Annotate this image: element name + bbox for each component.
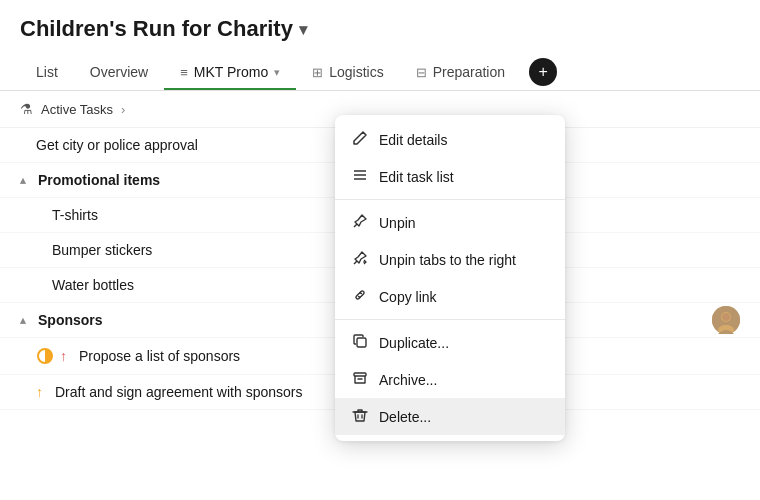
tab-preparation-icon: ⊟ [416, 65, 427, 80]
task-label: Get city or police approval [36, 137, 198, 153]
svg-point-3 [722, 313, 730, 321]
collapse-icon: ▴ [20, 174, 26, 187]
menu-item-edit-details[interactable]: Edit details [335, 121, 565, 158]
duplicate-icon [351, 333, 369, 352]
tab-overview-label: Overview [90, 64, 148, 80]
svg-rect-10 [357, 338, 366, 347]
task-group-label: Promotional items [38, 172, 160, 188]
filter-chevron[interactable]: › [121, 102, 125, 117]
menu-item-edit-task-list[interactable]: Edit task list [335, 158, 565, 195]
pin-icon [351, 213, 369, 232]
task-badges: ↑ [36, 384, 43, 400]
menu-item-unpin-right-label: Unpin tabs to the right [379, 252, 516, 268]
task-label: Bumper stickers [52, 242, 152, 258]
menu-item-delete[interactable]: Delete... [335, 398, 565, 435]
tab-list-label: List [36, 64, 58, 80]
menu-item-unpin[interactable]: Unpin [335, 204, 565, 241]
svg-line-8 [354, 224, 357, 227]
pin-right-icon [351, 250, 369, 269]
project-title-bar: Children's Run for Charity ▾ [20, 16, 740, 42]
task-label: T-shirts [52, 207, 98, 223]
menu-item-duplicate[interactable]: Duplicate... [335, 324, 565, 361]
half-circle-icon [36, 347, 54, 365]
header: Children's Run for Charity ▾ List Overvi… [0, 0, 760, 91]
arrow-up-orange-icon: ↑ [36, 384, 43, 400]
tab-logistics-icon: ⊞ [312, 65, 323, 80]
task-label: Draft and sign agreement with sponsors [55, 384, 302, 400]
menu-item-unpin-label: Unpin [379, 215, 416, 231]
menu-item-copy-link-label: Copy link [379, 289, 437, 305]
list-icon [351, 167, 369, 186]
svg-line-9 [354, 261, 357, 264]
filter-label[interactable]: Active Tasks [41, 102, 113, 117]
menu-item-unpin-right[interactable]: Unpin tabs to the right [335, 241, 565, 278]
tab-overview[interactable]: Overview [74, 54, 164, 90]
menu-item-copy-link[interactable]: Copy link [335, 278, 565, 315]
collapse-icon: ▴ [20, 314, 26, 327]
menu-divider-2 [335, 319, 565, 320]
tab-bar: List Overview ≡ MKT Promo ▾ ⊞ Logistics … [20, 54, 740, 90]
tab-mkt-promo-label: MKT Promo [194, 64, 268, 80]
tab-mkt-promo-icon: ≡ [180, 65, 188, 80]
tab-list[interactable]: List [20, 54, 74, 90]
archive-icon [351, 370, 369, 389]
menu-item-edit-task-list-label: Edit task list [379, 169, 454, 185]
task-label: Water bottles [52, 277, 134, 293]
context-menu: Edit details Edit task list Unpin [335, 115, 565, 441]
trash-icon [351, 407, 369, 426]
task-label: Propose a list of sponsors [79, 348, 240, 364]
menu-item-archive[interactable]: Archive... [335, 361, 565, 398]
tab-mkt-promo-chevron: ▾ [274, 66, 280, 79]
menu-divider [335, 199, 565, 200]
tab-preparation[interactable]: ⊟ Preparation [400, 54, 521, 90]
arrow-up-red-icon: ↑ [60, 348, 67, 364]
task-badges: ↑ [36, 347, 67, 365]
project-title-chevron[interactable]: ▾ [299, 20, 307, 39]
task-group-label: Sponsors [38, 312, 103, 328]
add-tab-button[interactable]: + [529, 58, 557, 86]
link-icon [351, 287, 369, 306]
menu-item-duplicate-label: Duplicate... [379, 335, 449, 351]
tab-logistics-label: Logistics [329, 64, 383, 80]
avatar [712, 306, 740, 334]
tab-preparation-label: Preparation [433, 64, 505, 80]
pencil-icon [351, 130, 369, 149]
menu-item-delete-label: Delete... [379, 409, 431, 425]
menu-item-edit-details-label: Edit details [379, 132, 447, 148]
project-title-text: Children's Run for Charity [20, 16, 293, 42]
filter-icon: ⚗ [20, 101, 33, 117]
menu-item-archive-label: Archive... [379, 372, 437, 388]
svg-rect-11 [354, 373, 366, 376]
tab-logistics[interactable]: ⊞ Logistics [296, 54, 399, 90]
tab-mkt-promo[interactable]: ≡ MKT Promo ▾ [164, 54, 296, 90]
